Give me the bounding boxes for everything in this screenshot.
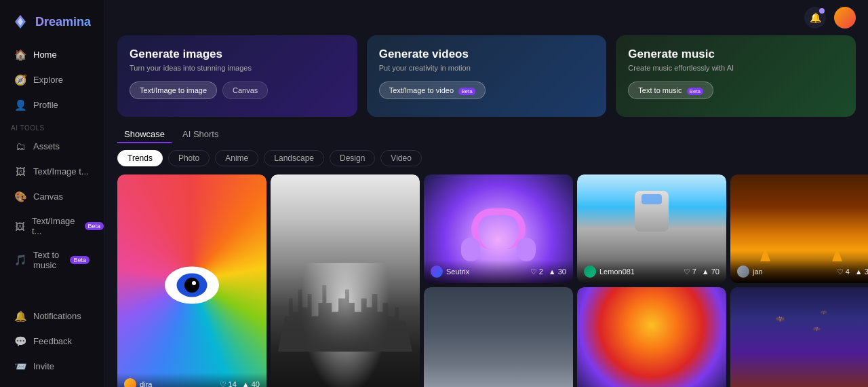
eye-overlay: dira ♡ 14 ▲ 40 xyxy=(117,373,267,387)
notifications-button[interactable]: 🔔 xyxy=(804,7,826,29)
gallery-item-bats[interactable]: 🦇 🦇 🦇 xyxy=(730,287,868,387)
robot-overlay: Lemon081 ♡ 7 ▲ 70 xyxy=(577,260,726,283)
eye-username: dira xyxy=(140,380,152,387)
eye-stats: ♡ 14 ▲ 40 xyxy=(220,380,260,388)
robot-views: ▲ 70 xyxy=(702,268,719,276)
sidebar-item-feedback-label: Feedback xyxy=(33,336,72,346)
filter-landscape[interactable]: Landscape xyxy=(264,150,324,166)
sidebar-item-home-label: Home xyxy=(33,50,57,60)
robot-username: Lemon081 xyxy=(599,268,635,276)
gallery-item-robot[interactable]: Lemon081 ♡ 7 ▲ 70 xyxy=(577,174,726,283)
music-card-buttons: Text to music Beta xyxy=(628,81,844,99)
sidebar-item-notifications-label: Notifications xyxy=(33,311,81,321)
sidebar-item-text-image2-label: Text/Image t... xyxy=(32,216,75,236)
text-image-to-image-btn[interactable]: Text/Image to image xyxy=(130,81,217,99)
headphones-views: ▲ 30 xyxy=(549,268,566,276)
feedback-icon: 💬 xyxy=(15,335,26,347)
sidebar-item-home[interactable]: 🏠 Home xyxy=(4,43,100,67)
halloween-views: ▲ 31 xyxy=(855,268,868,276)
sidebar: Dreamina 🏠 Home 🧭 Explore 👤 Profile AI t… xyxy=(0,0,105,387)
robot-user-avatar xyxy=(584,265,596,278)
gallery-item-city[interactable] xyxy=(271,174,420,387)
filter-trends[interactable]: Trends xyxy=(117,150,163,166)
halloween-username: jan xyxy=(753,268,763,276)
videos-card-buttons: Text/Image to video Beta xyxy=(379,81,595,99)
invite-icon: 📨 xyxy=(15,361,26,372)
headphones-overlay: Seutrix ♡ 2 ▲ 30 xyxy=(424,260,573,283)
music-card-subtitle: Create music effortlessly with AI xyxy=(628,64,844,72)
gallery-item-eye[interactable]: dira ♡ 14 ▲ 40 xyxy=(117,174,267,387)
sidebar-item-invite[interactable]: 📨 Invite xyxy=(4,354,100,378)
feature-card-images: Generate images Turn your ideas into stu… xyxy=(117,35,357,117)
notifications-icon: 🔔 xyxy=(15,310,26,322)
filter-video[interactable]: Video xyxy=(380,150,421,166)
halloween-user-avatar xyxy=(737,265,749,278)
canvas-icon: 🎨 xyxy=(15,191,26,202)
sidebar-item-notifications[interactable]: 🔔 Notifications xyxy=(4,304,100,328)
sidebar-item-text-music-label: Text to music xyxy=(33,250,60,270)
sidebar-item-profile[interactable]: 👤 Profile xyxy=(4,93,100,117)
headphones-user: Seutrix xyxy=(431,265,469,278)
halloween-likes: ♡ 4 xyxy=(837,268,850,276)
sidebar-item-invite-label: Invite xyxy=(33,361,54,371)
music-beta-badge: Beta xyxy=(687,88,703,95)
avatar[interactable] xyxy=(834,7,856,29)
tab-showcase[interactable]: Showcase xyxy=(117,126,172,143)
halloween-stats: ♡ 4 ▲ 31 xyxy=(837,268,868,276)
tab-ai-shorts[interactable]: AI Shorts xyxy=(176,126,225,143)
text-music-badge: Beta xyxy=(70,256,90,264)
notification-dot xyxy=(819,8,825,14)
sidebar-item-assets-label: Assets xyxy=(33,141,60,151)
sidebar-item-canvas[interactable]: 🎨 Canvas xyxy=(4,185,100,208)
logo-text: Dreamina xyxy=(35,15,91,29)
videos-card-title: Generate videos xyxy=(379,48,595,61)
feature-card-videos: Generate videos Put your creativity in m… xyxy=(367,35,607,117)
sidebar-item-canvas-label: Canvas xyxy=(33,191,63,202)
text-image-to-video-btn[interactable]: Text/Image to video Beta xyxy=(379,81,486,99)
main-content: 🔔 Generate images Turn your ideas into s… xyxy=(105,0,868,387)
logo[interactable]: Dreamina xyxy=(0,8,104,42)
gallery-item-dayofdead[interactable] xyxy=(577,287,726,387)
eye-user: dira xyxy=(124,378,152,387)
bell-icon: 🔔 xyxy=(810,12,821,23)
sidebar-item-explore[interactable]: 🧭 Explore xyxy=(4,68,100,92)
filter-anime[interactable]: Anime xyxy=(215,150,258,166)
gallery-item-cloud[interactable] xyxy=(424,287,573,387)
feature-card-music: Generate music Create music effortlessly… xyxy=(616,35,856,117)
sidebar-item-text-music[interactable]: 🎵 Text to music Beta xyxy=(4,244,100,276)
logo-icon xyxy=(11,12,30,31)
robot-likes: ♡ 7 xyxy=(684,268,696,276)
halloween-overlay: jan ♡ 4 ▲ 31 xyxy=(730,260,868,283)
gallery-item-halloween[interactable]: jan ♡ 4 ▲ 31 xyxy=(730,174,868,283)
headphones-user-avatar xyxy=(431,265,443,278)
canvas-btn[interactable]: Canvas xyxy=(222,81,268,99)
sidebar-item-feedback[interactable]: 💬 Feedback xyxy=(4,329,100,353)
robot-user: Lemon081 xyxy=(584,265,635,278)
eye-views: ▲ 40 xyxy=(242,380,260,387)
video-beta-badge: Beta xyxy=(458,88,475,95)
images-card-title: Generate images xyxy=(130,48,345,61)
text-image-icon: 🖼 xyxy=(15,166,26,177)
explore-icon: 🧭 xyxy=(15,74,26,86)
headphones-username: Seutrix xyxy=(446,268,469,276)
sidebar-item-explore-label: Explore xyxy=(33,75,63,85)
headphones-stats: ♡ 2 ▲ 30 xyxy=(530,268,566,276)
videos-card-subtitle: Put your creativity in motion xyxy=(379,64,595,72)
music-card-title: Generate music xyxy=(628,48,844,61)
assets-icon: 🗂 xyxy=(15,141,26,152)
sidebar-item-text-image-label: Text/Image t... xyxy=(33,166,89,177)
sidebar-item-assets[interactable]: 🗂 Assets xyxy=(4,134,100,158)
gallery-item-headphones[interactable]: Seutrix ♡ 2 ▲ 30 xyxy=(424,174,573,283)
text-to-music-btn[interactable]: Text to music Beta xyxy=(628,81,713,99)
images-card-subtitle: Turn your ideas into stunning images xyxy=(130,64,345,72)
headphones-likes: ♡ 2 xyxy=(530,268,543,276)
filter-design[interactable]: Design xyxy=(330,150,375,166)
ai-tools-label: AI tools xyxy=(0,117,104,134)
sidebar-item-text-image2[interactable]: 🖼 Text/Image t... Beta xyxy=(4,210,100,242)
text-image2-icon: 🖼 xyxy=(15,221,25,232)
filter-photo[interactable]: Photo xyxy=(168,150,210,166)
sidebar-item-text-image[interactable]: 🖼 Text/Image t... xyxy=(4,160,100,183)
text-music-icon: 🎵 xyxy=(15,255,26,266)
halloween-user: jan xyxy=(737,265,763,278)
images-card-buttons: Text/Image to image Canvas xyxy=(130,81,345,99)
